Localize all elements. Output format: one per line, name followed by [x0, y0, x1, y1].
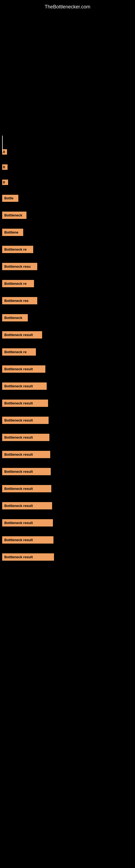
list-item: Bottleneck result [2, 518, 135, 528]
spacer [2, 290, 135, 296]
bottleneck-label: B [2, 180, 8, 185]
spacer [2, 359, 135, 364]
bottleneck-label: Bottleneck result [2, 365, 45, 373]
spacer [2, 173, 135, 179]
bottleneck-label: Bottleneck result [2, 553, 54, 561]
list-item: Bottleneck re [2, 347, 135, 357]
list-item: Bottleneck result [2, 450, 135, 459]
spacer [2, 547, 135, 552]
bottleneck-label: Bottleneck res [2, 297, 37, 304]
spacer [2, 564, 135, 569]
spacer [2, 513, 135, 518]
spacer [2, 410, 135, 415]
list-item: Bottleneck resu [2, 262, 135, 271]
spacer [2, 496, 135, 501]
list-item: Bottleneck result [2, 535, 135, 545]
list-item: B [2, 163, 135, 171]
site-title: TheBottlenecker.com [0, 0, 135, 12]
list-item: Bottleneck result [2, 364, 135, 374]
spacer [2, 427, 135, 433]
list-item: Bottleneck result [2, 330, 135, 340]
spacer [2, 273, 135, 279]
spacer [2, 205, 135, 211]
list-item: Bottleneck result [2, 484, 135, 493]
list-item: Bottleneck result [2, 415, 135, 425]
spacer [2, 222, 135, 227]
bottleneck-label: Bottleneck resu [2, 263, 37, 270]
bottleneck-label: Bottleneck result [2, 400, 48, 407]
main-container: TheBottlenecker.com BBBBottleBottleneckB… [0, 0, 135, 569]
spacer [2, 239, 135, 245]
spacer [2, 158, 135, 163]
list-item: B [2, 148, 135, 156]
spacer [2, 325, 135, 330]
list-item: Bottleneck result [2, 433, 135, 442]
list-item: Bottleneck result [2, 501, 135, 510]
bottleneck-label: Bottleneck re [2, 280, 34, 287]
spacer [2, 256, 135, 262]
list-item: Bottlene [2, 227, 135, 237]
list-item: Bottleneck result [2, 381, 135, 391]
bottleneck-label: B [2, 164, 8, 170]
bottleneck-label: Bottleneck [2, 212, 27, 219]
spacer [2, 444, 135, 450]
bottleneck-label: Bottleneck [2, 314, 28, 321]
list-item: Bottleneck res [2, 296, 135, 305]
bottleneck-label: Bottleneck result [2, 519, 53, 527]
bottleneck-label: Bottleneck result [2, 451, 50, 458]
bottleneck-label: Bottleneck re [2, 348, 36, 355]
bottleneck-label: Bottleneck result [2, 502, 52, 509]
list-item: Bottleneck result [2, 399, 135, 408]
list-item: Bottleneck [2, 211, 135, 220]
bottleneck-label: Bottlene [2, 229, 23, 236]
bottleneck-label: Bottleneck re [2, 246, 33, 253]
bottleneck-label: Bottleneck result [2, 382, 47, 390]
bottleneck-label: Bottleneck result [2, 416, 49, 424]
spacer [2, 342, 135, 347]
list-item: Bottleneck result [2, 552, 135, 562]
bottleneck-label: Bottleneck result [2, 331, 42, 339]
spacer [2, 188, 135, 194]
list-item: Bottle [2, 194, 135, 203]
bottleneck-label: Bottleneck result [2, 468, 51, 475]
bottleneck-label: Bottleneck result [2, 434, 49, 441]
list-item: B [2, 179, 135, 186]
vertical-line [2, 135, 3, 152]
spacer [2, 393, 135, 399]
spacer [2, 530, 135, 535]
list-item: Bottleneck re [2, 279, 135, 288]
spacer [2, 308, 135, 313]
bottleneck-label: Bottleneck result [2, 536, 53, 544]
bottleneck-label: B [2, 149, 7, 155]
items-wrapper: BBBBottleBottleneckBottleneBottleneck re… [0, 12, 135, 569]
spacer [2, 478, 135, 484]
bottleneck-label: Bottle [2, 195, 18, 202]
list-item: Bottleneck result [2, 467, 135, 476]
spacer [2, 376, 135, 381]
bottleneck-label: Bottleneck result [2, 485, 51, 492]
list-item: Bottleneck [2, 313, 135, 322]
spacer [2, 461, 135, 467]
list-item: Bottleneck re [2, 245, 135, 254]
